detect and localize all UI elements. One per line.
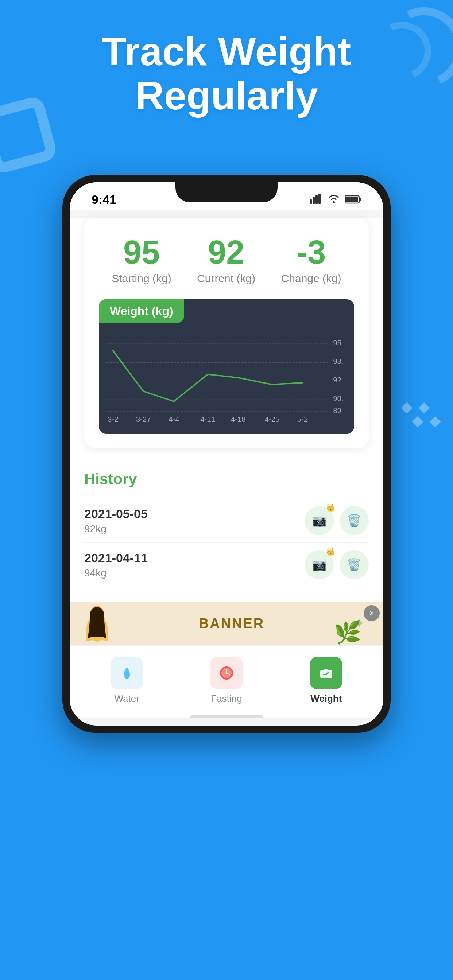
diamond-icon: [418, 402, 430, 414]
signal-icon: [309, 192, 323, 207]
weight-nav-label: Weight: [310, 693, 342, 705]
history-item-info: 2021-04-11 94kg: [84, 551, 148, 579]
phone-mockup: 9:41: [62, 175, 391, 733]
delete-button[interactable]: 🗑️: [340, 506, 369, 535]
svg-rect-6: [359, 198, 361, 201]
change-stat: -3 Change (kg): [281, 236, 341, 285]
status-time: 9:41: [91, 192, 116, 207]
change-value: -3: [281, 236, 341, 269]
svg-text:90.5: 90.5: [333, 395, 343, 402]
svg-text:5-2: 5-2: [297, 415, 308, 423]
svg-rect-7: [345, 197, 358, 202]
camera-button[interactable]: 👑 📷: [305, 506, 334, 535]
water-nav-icon: [110, 657, 144, 689]
trash-icon: 🗑️: [347, 558, 362, 572]
weight-nav-icon: [309, 657, 343, 689]
nav-item-fasting[interactable]: Fasting: [210, 657, 243, 705]
history-section: History 2021-05-05 92kg 👑 📷 🗑️: [70, 456, 383, 601]
svg-rect-33: [324, 669, 328, 671]
svg-text:89: 89: [333, 407, 341, 415]
hero-title: Track Weight Regularly: [0, 29, 453, 118]
history-item-info: 2021-05-05 92kg: [84, 507, 148, 535]
nav-item-weight[interactable]: Weight: [309, 657, 343, 705]
banner-text: BANNER: [117, 616, 346, 632]
change-label: Change (kg): [281, 272, 341, 285]
phone-screen: 9:41: [70, 182, 383, 725]
current-stat: 92 Current (kg): [197, 236, 255, 285]
svg-text:4-11: 4-11: [200, 415, 215, 423]
bg-diamonds: [400, 401, 442, 429]
svg-text:3-27: 3-27: [136, 415, 151, 423]
svg-text:95: 95: [333, 339, 341, 347]
svg-point-31: [225, 672, 227, 674]
svg-point-4: [333, 201, 335, 204]
weight-chart: Weight (kg) 95: [99, 299, 354, 434]
crown-icon: 👑: [326, 547, 335, 556]
stats-card: 95 Starting (kg) 92 Current (kg) -3 Chan…: [84, 218, 369, 449]
svg-text:92: 92: [333, 376, 341, 384]
water-nav-label: Water: [114, 693, 139, 705]
svg-rect-1: [313, 197, 315, 204]
history-weight: 94kg: [84, 567, 148, 579]
starting-value: 95: [112, 236, 171, 269]
fasting-nav-label: Fasting: [211, 693, 242, 705]
home-indicator: [190, 715, 263, 718]
battery-icon: [345, 192, 362, 207]
history-item: 2021-04-11 94kg 👑 📷 🗑️: [84, 543, 369, 587]
svg-rect-3: [318, 194, 321, 204]
phone-notch: [175, 182, 278, 202]
history-actions: 👑 📷 🗑️: [305, 550, 369, 579]
camera-button[interactable]: 👑 📷: [305, 550, 334, 579]
current-value: 92: [197, 236, 255, 269]
banner-girl-illustration: [81, 605, 117, 642]
svg-text:4-18: 4-18: [231, 415, 246, 423]
fasting-nav-icon: [210, 657, 243, 689]
app-content: 95 Starting (kg) 92 Current (kg) -3 Chan…: [70, 218, 383, 718]
diamond-icon: [412, 416, 423, 427]
chart-svg: 95 93.5 92 90.5 89 3-2 3-27 4-4 4-11 4-1…: [106, 330, 343, 425]
chart-body: 95 93.5 92 90.5 89 3-2 3-27 4-4 4-11 4-1…: [99, 323, 354, 434]
stats-row: 95 Starting (kg) 92 Current (kg) -3 Chan…: [99, 236, 354, 285]
banner-close-button[interactable]: ×: [364, 605, 380, 621]
trash-icon: 🗑️: [347, 514, 362, 528]
history-actions: 👑 📷 🗑️: [305, 506, 369, 535]
nav-item-water[interactable]: Water: [110, 657, 144, 705]
chart-title: Weight (kg): [99, 299, 184, 323]
history-title: History: [84, 470, 369, 488]
banner-leaf-icon: 🌿: [334, 619, 362, 645]
crown-icon: 👑: [326, 503, 335, 512]
camera-icon: 📷: [312, 514, 327, 528]
starting-stat: 95 Starting (kg): [112, 236, 171, 285]
camera-icon: 📷: [312, 558, 327, 572]
current-label: Current (kg): [197, 272, 255, 285]
svg-rect-0: [309, 199, 312, 204]
svg-text:93.5: 93.5: [333, 357, 343, 365]
diamond-icon: [429, 416, 440, 427]
delete-button[interactable]: 🗑️: [340, 550, 369, 579]
history-item: 2021-05-05 92kg 👑 📷 🗑️: [84, 499, 369, 543]
banner-area: BANNER ✦ 🌿 ×: [70, 601, 383, 645]
svg-point-36: [325, 674, 327, 675]
history-date: 2021-04-11: [84, 551, 148, 565]
wifi-icon: [327, 192, 340, 207]
starting-label: Starting (kg): [112, 272, 171, 285]
history-weight: 92kg: [84, 523, 148, 535]
svg-text:4-25: 4-25: [265, 415, 280, 423]
svg-text:3-2: 3-2: [108, 415, 118, 423]
bottom-nav: Water Fasting: [70, 645, 383, 712]
diamond-icon: [401, 402, 412, 414]
svg-text:4-4: 4-4: [169, 415, 179, 423]
status-icons: [309, 192, 362, 207]
svg-rect-2: [316, 196, 318, 204]
history-date: 2021-05-05: [84, 507, 148, 521]
